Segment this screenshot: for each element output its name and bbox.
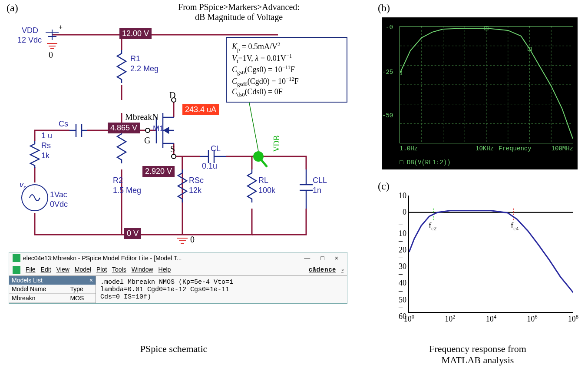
cell-type: MOS xyxy=(67,294,96,303)
node-g: G xyxy=(144,136,150,146)
rs-name: Rs xyxy=(41,141,51,150)
menu-tools[interactable]: Tools xyxy=(112,266,126,274)
r1-name: R1 xyxy=(130,54,140,63)
menubar: File Edit View Model Plot Tools Window H… xyxy=(9,264,347,276)
rs-value: 1k xyxy=(41,151,50,160)
editor-title: elec04e13:Mbreakn - PSpice Model Editor … xyxy=(23,255,299,262)
legend: □ DB(V(RL1:2)) xyxy=(400,159,451,166)
model-editor-window: elec04e13:Mbreakn - PSpice Model Editor … xyxy=(9,252,347,304)
models-panel: Models List× Model NameType MbreaknMOS xyxy=(9,276,96,303)
menu-edit[interactable]: Edit xyxy=(41,266,51,274)
vdb-label: VDB xyxy=(272,135,281,152)
axes: 10 0 –10 –20 –30 –40 –50 –60 100 102 104… xyxy=(408,196,573,313)
ytick-n20: –20 xyxy=(399,236,409,255)
restore-button[interactable]: ▫ xyxy=(341,266,344,274)
col-model-name[interactable]: Model Name xyxy=(9,285,67,294)
meas-4v: 4.865 V xyxy=(108,123,140,133)
panel-label-b: (b) xyxy=(378,2,390,14)
matlab-plot: 10 0 –10 –20 –30 –40 –50 –60 100 102 104… xyxy=(382,191,578,335)
menu-model[interactable]: Model xyxy=(75,266,91,274)
rl-name: RL xyxy=(258,176,268,185)
menu-file[interactable]: File xyxy=(26,266,36,274)
caption-left: PSpice schematic xyxy=(109,343,239,355)
cll-value: 1n xyxy=(313,186,321,195)
vdd-value: 12 Vdc xyxy=(17,36,42,44)
m1-name: M1 xyxy=(153,124,164,133)
menu-plot[interactable]: Plot xyxy=(96,266,107,274)
ytick-10: 10 xyxy=(399,191,409,200)
pspice-plot: -0 -25 -50 1.0Hz 10KHz Frequency 100MHz … xyxy=(382,17,578,169)
meas-12v: 12.00 V xyxy=(119,28,152,39)
ytick-n10: –10 xyxy=(399,220,409,238)
node-d: D xyxy=(169,90,175,100)
r2-name: R2 xyxy=(113,176,123,185)
close-button[interactable]: × xyxy=(330,255,344,262)
xtick-4: 104 xyxy=(486,312,496,324)
param-box: Kp = 0.5mA/V2 Vt=1V, λ = 0.01V−1 Cgs0(Cg… xyxy=(226,37,347,103)
ytick-25: -25 xyxy=(382,69,393,76)
model-code[interactable]: .model Mbreakn NMOS (Kp=5e-4 Vto=1 lambd… xyxy=(96,276,347,303)
gnd-0-top: 0 xyxy=(49,50,53,60)
r1-value: 2.2 Meg xyxy=(130,64,159,73)
cs-value: 1 u xyxy=(41,131,52,140)
models-title: Models List xyxy=(12,277,43,284)
cll-name: CLL xyxy=(313,176,327,185)
menu-view[interactable]: View xyxy=(56,266,69,274)
menu-help[interactable]: Help xyxy=(159,266,171,274)
meas-243uA: 243.4 uA xyxy=(182,104,219,115)
cell-model: Mbreakn xyxy=(9,294,67,303)
menu-window[interactable]: Window xyxy=(132,266,153,274)
vdd-name: VDD xyxy=(22,26,38,35)
xtick-0: 100 xyxy=(404,312,414,324)
app-icon xyxy=(13,254,20,262)
param-cgs0: Cgs0(Cgs0) = 10−11F xyxy=(232,64,341,76)
param-kp: Kp = 0.5mA/V2 xyxy=(232,41,341,53)
gnd-0-bot: 0 xyxy=(190,235,195,245)
maximize-button[interactable]: □ xyxy=(315,255,329,262)
xtick-8: 108 xyxy=(568,312,578,324)
svg-text:+: + xyxy=(59,23,63,31)
rl-value: 100k xyxy=(258,186,275,195)
node-s: S xyxy=(170,144,175,154)
panel-label-c: (c) xyxy=(378,180,390,192)
cl-value: 0.1u xyxy=(202,162,217,170)
ytick-n30: –30 xyxy=(399,253,409,271)
ytick-50: -50 xyxy=(382,112,393,119)
svg-text:+: + xyxy=(32,184,36,192)
param-cgsd0: Cgsd0(Cgd0) = 10−12F xyxy=(232,76,341,88)
param-cds0: Cds0(Cds0) = 0F xyxy=(232,87,341,98)
ytick-0m: 0 xyxy=(403,208,409,217)
caption-right: Frequency response from MATLAB analysis xyxy=(400,343,556,366)
minimize-button[interactable]: — xyxy=(299,255,315,262)
panel-close-icon[interactable]: × xyxy=(89,277,93,284)
rsc-name: RSc xyxy=(189,176,204,185)
svg-point-27 xyxy=(145,128,150,133)
marker-fc2: fc2 xyxy=(429,221,436,232)
vs-v1: 1Vac xyxy=(50,190,67,199)
r2-value: 1.5 Meg xyxy=(113,186,141,195)
param-vt: Vt=1V, λ = 0.01V−1 xyxy=(232,53,341,65)
doc-icon xyxy=(13,266,20,274)
col-type[interactable]: Type xyxy=(67,285,96,294)
xtick-6: 106 xyxy=(527,312,537,324)
meas-0v: 0 V xyxy=(124,228,141,239)
m1-type: MbreakN xyxy=(125,112,159,122)
svg-point-28 xyxy=(172,154,176,159)
brand-label: cādence xyxy=(309,266,336,274)
plot-grid xyxy=(400,26,573,143)
xtick-1hz: 1.0Hz xyxy=(400,145,418,152)
cl-name: CL xyxy=(211,144,221,153)
marker-fc4: fc4 xyxy=(511,221,519,232)
ytick-0: -0 xyxy=(386,24,393,31)
meas-2v: 2.920 V xyxy=(142,166,175,177)
ytick-n50: –50 xyxy=(399,286,409,305)
rsc-value: 12k xyxy=(189,186,202,195)
ytick-n40: –40 xyxy=(399,269,409,288)
xtick-2: 102 xyxy=(445,312,455,324)
table-row[interactable]: MbreaknMOS xyxy=(9,294,96,303)
vs-v2: 0Vdc xyxy=(50,200,68,209)
xtick-100mhz: 100MHz xyxy=(552,145,573,152)
xtick-10khz: 10KHz xyxy=(476,145,494,152)
xlabel: Frequency xyxy=(499,145,532,152)
vs-name: vs xyxy=(20,180,26,189)
